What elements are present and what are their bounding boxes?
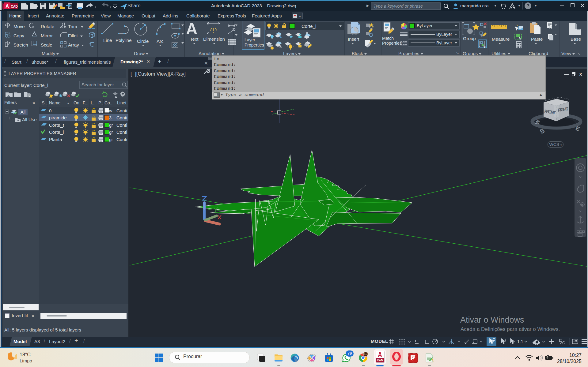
- svg-text:1:1: 1:1: [517, 339, 523, 344]
- svg-text:CAD: CAD: [11, 5, 18, 8]
- svg-text:CAD: CAD: [377, 359, 383, 362]
- svg-text:A: A: [6, 4, 9, 9]
